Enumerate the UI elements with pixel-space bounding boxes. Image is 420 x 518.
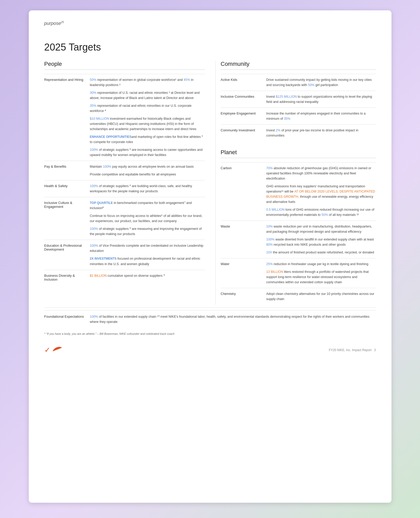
row-label: Water [221,261,262,285]
row-content: Adopt clean chemistry alternatives for o… [266,291,376,302]
foundational-text: of facilities in our extended supply cha… [90,315,369,324]
row-label: Carbon [221,166,262,217]
table-row: Inclusive Communities Invest $125 MILLIO… [221,91,376,108]
left-column: People Representation and Hiring 50% rep… [44,61,205,305]
row-content: 100% of Vice Presidents complete and be … [90,243,205,266]
table-row: Community Investment Invest 2% of prior-… [221,124,376,141]
footer-page: 3 [374,348,376,352]
row-label: Representation and Hiring [44,77,86,158]
table-row: Water 25% reduction in freshwater usage … [221,258,376,288]
row-label: Inclusive Culture & Engagement [44,200,86,237]
row-content: 70% absolute reduction of greenhouse gas… [266,166,376,217]
community-section-title: Community [221,61,376,70]
row-label: Community Investment [221,128,262,138]
row-label: Inclusive Communities [221,94,262,104]
table-row: Waste 10% waste reduction per unit in ma… [221,221,376,258]
table-row: Employee Engagement Increase the number … [221,108,376,124]
right-col-inner: Community Active Kids Drive sustained co… [215,61,376,305]
row-content: 100% of strategic suppliers ⁶ are buildi… [90,183,205,194]
table-row: Health & Safety 100% of strategic suppli… [44,180,205,197]
logo: purpose25 [44,21,376,26]
row-content: $1 BILLION cumulative spend on diverse s… [90,273,205,281]
row-content: 50% representation of women in global co… [90,77,205,158]
row-label: Employee Engagement [221,111,262,121]
planet-table: Carbon 70% absolute reduction of greenho… [221,162,376,305]
row-label: Education & Professional Development [44,243,86,266]
logo-text: purpose [44,21,61,26]
row-label: Health & Safety [44,183,86,194]
row-label: Pay & Benefits [44,164,86,177]
logo-superscript: 25 [61,21,64,24]
planet-section: Planet Carbon 70% absolute reduction of … [221,149,376,305]
two-column-layout: People Representation and Hiring 50% rep… [44,61,376,305]
nike-swoosh-icon: ✓ [44,346,63,354]
page-card: purpose25 2025 Targets People Representa… [29,10,391,503]
row-content: Maintain 100% pay equity across all empl… [90,164,205,177]
table-row: Pay & Benefits Maintain 100% pay equity … [44,161,205,180]
community-table: Active Kids Drive sustained community im… [221,74,376,141]
row-content: Invest 2% of prior-year pre-tax income t… [266,128,376,138]
footnote-section: * "If you have a body, you are an athlet… [44,332,376,335]
planet-section-title: Planet [221,149,376,158]
row-label: Active Kids [221,77,262,88]
foundational-content: 100% of facilities in our extended suppl… [90,314,376,324]
row-content: 25% reduction in freshwater usage per kg… [266,261,376,285]
nike-logo-svg [52,347,62,352]
footer-bar: ✓ FY20 NIKE, Inc. Impact Report 3 [44,343,376,354]
table-row: Education & Professional Development 100… [44,240,205,269]
table-row: Representation and Hiring 50% representa… [44,74,205,161]
people-table: Representation and Hiring 50% representa… [44,74,205,285]
foundational-section: Foundational Expectations 100% of facili… [44,307,376,328]
footnote-text: * "If you have a body, you are an athlet… [44,332,175,335]
footer-report-text: FY20 NIKE, Inc. Impact Report 3 [329,348,376,352]
row-content: Increase the number of employees engaged… [266,111,376,121]
row-content: TOP QUARTILE in benchmarked companies fo… [90,200,205,237]
table-row: Business Diversity & Inclusion $1 BILLIO… [44,270,205,285]
foundational-highlight: 100% [90,315,98,318]
row-content: Invest $125 MILLION to support organizat… [266,94,376,104]
row-label: Waste [221,224,262,255]
foundational-row: Foundational Expectations 100% of facili… [44,310,376,328]
people-section-title: People [44,61,205,70]
row-content: 10% waste reduction per unit in manufact… [266,224,376,255]
table-row: Inclusive Culture & Engagement TOP QUART… [44,197,205,240]
table-row: Carbon 70% absolute reduction of greenho… [221,162,376,221]
row-label: Chemistry [221,291,262,302]
main-title: 2025 Targets [44,42,376,53]
foundational-label: Foundational Expectations [44,314,86,324]
row-label: Business Diversity & Inclusion [44,273,86,281]
right-column: Community Active Kids Drive sustained co… [215,61,376,305]
table-row: Active Kids Drive sustained community im… [221,74,376,91]
row-content: Drive sustained community impact by gett… [266,77,376,88]
footer-report: FY20 NIKE, Inc. Impact Report [329,348,372,352]
table-row: Chemistry Adopt clean chemistry alternat… [221,288,376,305]
